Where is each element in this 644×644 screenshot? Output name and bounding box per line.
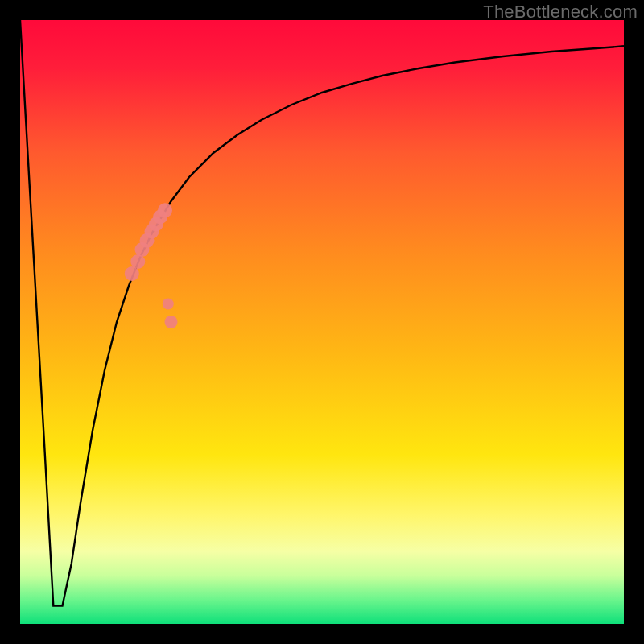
bottleneck-curve [20,20,624,606]
watermark-text: TheBottleneck.com [483,2,638,23]
chart-frame: TheBottleneck.com [0,0,644,644]
data-marker [158,203,172,217]
data-marker [165,316,178,328]
data-marker [163,299,174,310]
data-markers [125,203,178,328]
chart-svg [20,20,624,624]
